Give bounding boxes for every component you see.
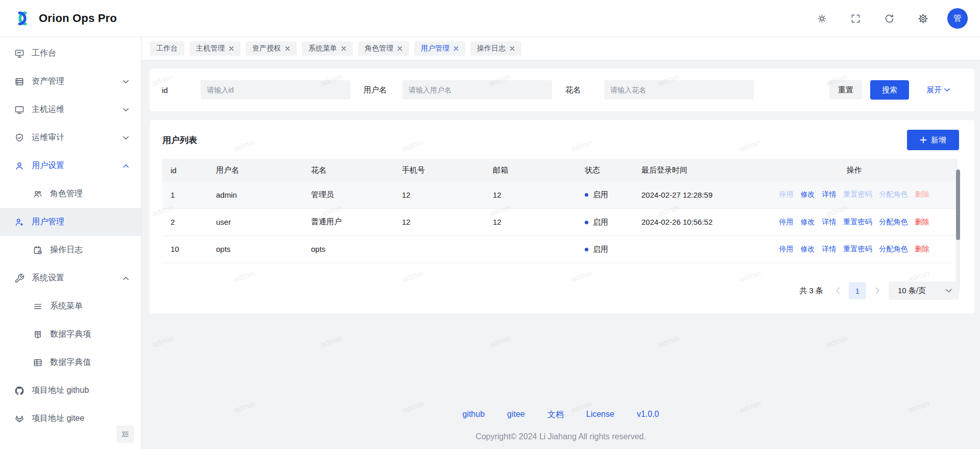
cell-username: user	[208, 208, 303, 235]
user-table: id 用户名 花名 手机号 邮箱 状态 最后登录时间 操作 1 admin 管理	[162, 159, 958, 263]
sidebar-item-user-management[interactable]: 用户管理	[0, 208, 141, 236]
edit-link[interactable]: 修改	[801, 190, 815, 199]
logo-icon	[12, 8, 33, 29]
footer-link-gitee[interactable]: gitee	[507, 410, 525, 420]
close-icon[interactable]	[453, 46, 459, 51]
main-content: id 用户名 花名 重置 搜索 展开 用户列	[141, 60, 980, 449]
chevron-left-icon	[835, 287, 840, 294]
reset-button[interactable]: 重置	[829, 80, 862, 100]
assign-role-link[interactable]: 分配角色	[879, 218, 908, 227]
footer-link-docs[interactable]: 文档	[547, 410, 564, 420]
tab-workbench[interactable]: 工作台	[150, 41, 184, 56]
disable-link[interactable]: 停用	[779, 190, 794, 199]
delete-link[interactable]: 删除	[915, 190, 929, 199]
theme-brightness-icon[interactable]	[812, 9, 831, 28]
github-icon	[14, 386, 25, 396]
cell-email	[485, 235, 577, 263]
footer-link-github[interactable]: github	[462, 410, 485, 420]
reset-password-link[interactable]: 重置密码	[844, 245, 872, 254]
disable-link[interactable]: 停用	[779, 218, 794, 227]
edit-link[interactable]: 修改	[801, 245, 815, 254]
sidebar-item-label: 角色管理	[50, 188, 83, 199]
detail-link[interactable]: 详情	[822, 218, 836, 227]
nickname-input[interactable]	[604, 80, 754, 100]
sidebar-item-operation-log[interactable]: 操作日志	[0, 236, 141, 264]
close-icon[interactable]	[341, 46, 346, 51]
sidebar-item-role-management[interactable]: 角色管理	[0, 180, 141, 208]
sidebar-item-label: 项目地址 github	[32, 385, 89, 396]
card-header: 用户列表 新增	[162, 120, 959, 151]
reset-password-link[interactable]: 重置密码	[844, 190, 872, 199]
cell-status: 启用	[577, 181, 633, 208]
detail-link[interactable]: 详情	[822, 245, 836, 254]
footer-link-version[interactable]: v1.0.0	[637, 410, 659, 420]
refresh-icon[interactable]	[880, 9, 898, 28]
close-icon[interactable]	[285, 46, 290, 51]
footer-link-license[interactable]: License	[586, 410, 614, 420]
sidebar-item-user-settings[interactable]: 用户设置	[0, 152, 141, 180]
user-add-icon	[14, 217, 25, 227]
sidebar-item-audit[interactable]: 运维审计	[0, 124, 141, 152]
card-title: 用户列表	[162, 134, 197, 146]
settings-gear-icon[interactable]	[914, 9, 932, 28]
tab-operation-log[interactable]: 操作日志	[470, 41, 521, 56]
reset-password-link[interactable]: 重置密码	[844, 218, 872, 227]
tab-asset-authorization[interactable]: 资产授权	[246, 41, 297, 56]
cell-phone: 12	[394, 208, 485, 235]
table-row: 2 user 普通用户 12 12 启用 2024-02-26 10:56:52…	[162, 208, 958, 235]
tab-label: 用户管理	[421, 44, 449, 53]
table-row: 10 opts opts 启用 停用 修改 详情 重置密码	[162, 235, 958, 263]
tab-user-management[interactable]: 用户管理	[414, 41, 465, 56]
close-icon[interactable]	[397, 46, 402, 51]
next-page-button[interactable]	[871, 282, 883, 299]
search-button[interactable]: 搜索	[870, 80, 909, 100]
id-input[interactable]	[201, 80, 350, 100]
detail-link[interactable]: 详情	[822, 190, 836, 199]
cell-phone	[394, 235, 485, 263]
cell-last-login: 2024-02-27 12:28:59	[633, 181, 751, 208]
expand-toggle[interactable]: 展开	[926, 85, 950, 95]
page-size-select[interactable]: 10 条/页	[889, 281, 959, 300]
sidebar-item-github-link[interactable]: 项目地址 github	[0, 376, 141, 405]
sidebar-item-dict-item[interactable]: 数据字典项	[0, 320, 141, 348]
add-user-button[interactable]: 新增	[907, 130, 959, 150]
sidebar-item-dict-value[interactable]: 数据字典值	[0, 348, 141, 376]
close-icon[interactable]	[229, 46, 234, 51]
fullscreen-icon[interactable]	[846, 9, 865, 28]
sidebar-item-assets[interactable]: 资产管理	[0, 67, 141, 96]
cell-username: opts	[208, 235, 303, 263]
tab-host-management[interactable]: 主机管理	[189, 41, 241, 56]
page-tabs: 工作台 主机管理 资产授权 系统菜单 角色管理 用户管理 操作日志	[141, 37, 980, 60]
footer-links: github gitee 文档 License v1.0.0	[141, 410, 980, 420]
tab-system-menu[interactable]: 系统菜单	[302, 41, 353, 56]
tab-label: 角色管理	[365, 44, 393, 53]
close-icon[interactable]	[510, 46, 515, 51]
delete-link[interactable]: 删除	[915, 218, 929, 227]
op-log-icon	[33, 245, 43, 255]
sidebar-item-host-ops[interactable]: 主机运维	[0, 96, 141, 124]
cell-phone: 12	[394, 181, 485, 208]
sidebar-collapse-button[interactable]	[116, 426, 134, 443]
sidebar-item-workbench[interactable]: 工作台	[0, 39, 141, 67]
cell-actions: 停用 修改 详情 重置密码 分配角色 删除	[751, 208, 958, 235]
gitee-icon	[14, 414, 25, 424]
pagination: 共 3 条 1 10 条/页	[799, 281, 959, 300]
user-avatar[interactable]: 管	[947, 8, 968, 29]
tab-role-management[interactable]: 角色管理	[358, 41, 409, 56]
sidebar-item-system-settings[interactable]: 系统设置	[0, 264, 141, 292]
search-field-id: id	[162, 80, 350, 100]
disable-link[interactable]: 停用	[779, 245, 794, 254]
assign-role-link[interactable]: 分配角色	[879, 245, 908, 254]
edit-link[interactable]: 修改	[801, 218, 815, 227]
copyright-text: Copyright© 2024 Li Jiahang All rights re…	[141, 432, 980, 441]
username-input[interactable]	[402, 80, 552, 100]
col-id: id	[162, 159, 208, 181]
delete-link[interactable]: 删除	[915, 245, 929, 254]
assign-role-link[interactable]: 分配角色	[879, 190, 908, 199]
scrollbar-thumb[interactable]	[956, 170, 960, 240]
sidebar-item-system-menu[interactable]: 系统菜单	[0, 292, 141, 320]
prev-page-button[interactable]	[831, 282, 844, 299]
page-number-1[interactable]: 1	[849, 282, 866, 299]
username-field-label: 用户名	[364, 85, 402, 95]
table-icon	[33, 358, 43, 368]
